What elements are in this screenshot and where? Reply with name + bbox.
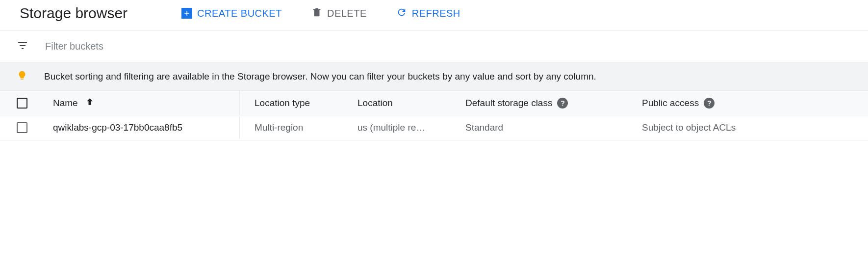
public-access-cell: Subject to object ACLs	[642, 122, 868, 133]
lightbulb-icon	[17, 70, 27, 82]
column-header-location-type[interactable]: Location type	[240, 98, 357, 109]
help-icon[interactable]: ?	[704, 98, 715, 109]
header-name-label: Name	[53, 98, 78, 109]
help-icon[interactable]: ?	[557, 98, 568, 109]
column-header-storage-class[interactable]: Default storage class ?	[465, 98, 642, 109]
refresh-button[interactable]: REFRESH	[396, 7, 460, 20]
location-cell: us (multiple re…	[357, 122, 465, 133]
refresh-label: REFRESH	[412, 8, 460, 19]
storage-class-cell: Standard	[465, 122, 642, 133]
column-header-location[interactable]: Location	[357, 98, 465, 109]
filter-input[interactable]	[45, 41, 848, 52]
location-type-cell: Multi-region	[240, 122, 357, 133]
header-public-access-label: Public access	[642, 98, 699, 109]
arrow-up-icon	[85, 97, 95, 109]
create-bucket-label: CREATE BUCKET	[197, 8, 282, 19]
refresh-icon	[396, 7, 407, 20]
header-storage-class-label: Default storage class	[465, 98, 552, 109]
table-header-row: Name Location type Location Default stor…	[0, 91, 868, 115]
select-all-checkbox[interactable]	[17, 98, 27, 109]
table-row[interactable]: qwiklabs-gcp-03-17bb0caa8fb5 Multi-regio…	[0, 115, 868, 140]
delete-button[interactable]: DELETE	[311, 7, 367, 20]
bucket-name-cell[interactable]: qwiklabs-gcp-03-17bb0caa8fb5	[53, 122, 239, 133]
create-bucket-button[interactable]: CREATE BUCKET	[181, 8, 282, 19]
trash-icon	[311, 7, 322, 20]
column-header-public-access[interactable]: Public access ?	[642, 98, 868, 109]
column-header-name[interactable]: Name	[53, 97, 239, 109]
notice-text: Bucket sorting and filtering are availab…	[44, 71, 596, 82]
row-checkbox[interactable]	[17, 122, 27, 133]
filter-icon[interactable]	[17, 40, 28, 53]
page-title: Storage browser	[20, 5, 128, 22]
notice-bar: Bucket sorting and filtering are availab…	[0, 62, 868, 91]
delete-label: DELETE	[327, 8, 367, 19]
plus-icon	[181, 8, 192, 19]
